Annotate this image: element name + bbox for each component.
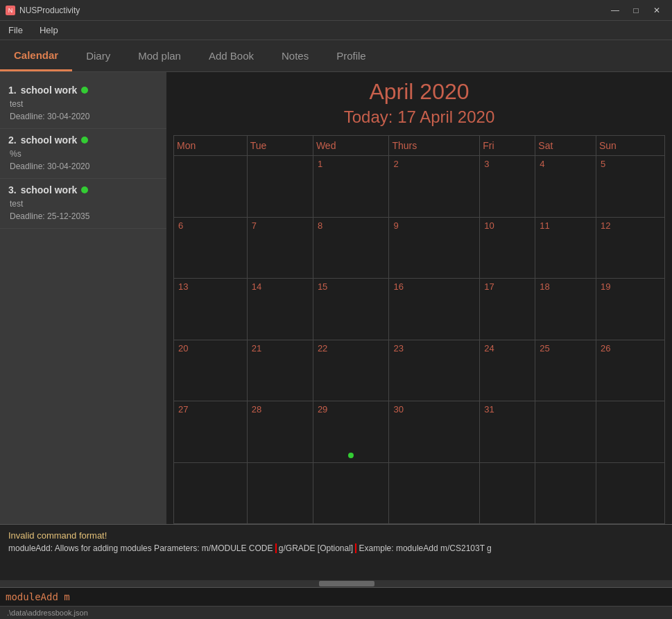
menu-file[interactable]: File [6, 24, 26, 37]
status-bar: .\data\addressbook.json [0, 606, 672, 619]
calendar-header-wed: Wed [313, 136, 389, 156]
task-detail-1b: Deadline: 30-04-2020 [10, 110, 158, 123]
calendar-cell-0-3: 2 [389, 156, 480, 218]
task-item-1: 1. school work test Deadline: 30-04-2020 [0, 79, 166, 129]
highlighted-text: g/GRADE [Optional] [275, 543, 356, 553]
calendar-cell-0-1 [247, 156, 313, 218]
calendar-area: April 2020 Today: 17 April 2020 MonTueWe… [166, 72, 672, 524]
task-number-2: 2. [8, 134, 17, 146]
calendar-cell-2-1: 14 [247, 279, 313, 340]
task-title-2: school work [21, 134, 78, 146]
nav-bar: Calendar Diary Mod plan Add Book Notes P… [0, 40, 672, 72]
calendar-cell-3-1: 21 [247, 340, 313, 401]
calendar-cell-5-6 [596, 462, 664, 524]
calendar-cell-1-3: 9 [389, 217, 480, 279]
nav-mod-plan[interactable]: Mod plan [124, 40, 195, 71]
task-dot-2 [81, 137, 88, 143]
calendar-header-sat: Sat [535, 136, 596, 156]
calendar-today: Today: 17 April 2020 [344, 107, 495, 127]
nav-add-book[interactable]: Add Book [195, 40, 268, 71]
calendar-cell-2-6: 19 [596, 279, 664, 340]
calendar-cell-0-5: 4 [535, 156, 596, 218]
task-detail-3b: Deadline: 25-12-2035 [10, 210, 158, 223]
calendar-cell-1-4: 10 [480, 217, 535, 279]
nav-calendar[interactable]: Calendar [0, 40, 72, 71]
calendar-week-2: 13141516171819 [174, 279, 665, 340]
calendar-cell-1-5: 11 [535, 217, 596, 279]
calendar-cell-1-6: 12 [596, 217, 664, 279]
calendar-week-3: 20212223242526 [174, 340, 665, 401]
calendar-cell-3-4: 24 [480, 340, 535, 401]
calendar-cell-4-5 [535, 401, 596, 463]
task-item-2: 2. school work %s Deadline: 30-04-2020 [0, 129, 166, 179]
error-line: Invalid command format! [8, 530, 664, 541]
command-input[interactable] [6, 591, 666, 602]
calendar-cell-2-5: 18 [535, 279, 596, 340]
calendar-header-mon: Mon [174, 136, 248, 156]
calendar-cell-0-0 [174, 156, 248, 218]
calendar-cell-3-0: 20 [174, 340, 248, 401]
task-detail-2b: Deadline: 30-04-2020 [10, 160, 158, 173]
calendar-cell-3-2: 22 [313, 340, 389, 401]
nav-diary[interactable]: Diary [72, 40, 124, 71]
calendar-cell-2-2: 15 [313, 279, 389, 340]
calendar-week-4: 2728293031 [174, 401, 665, 463]
calendar-cell-2-0: 13 [174, 279, 248, 340]
calendar-cell-2-3: 16 [389, 279, 480, 340]
scrollbar-thumb[interactable] [319, 581, 374, 586]
calendar-cell-4-1: 28 [247, 401, 313, 463]
calendar-cell-0-6: 5 [596, 156, 664, 218]
title-bar-left: N NUSProductivity [6, 6, 80, 15]
calendar-header-thurs: Thurs [389, 136, 480, 156]
calendar-week-5 [174, 462, 665, 524]
main-content: 1. school work test Deadline: 30-04-2020… [0, 72, 672, 524]
calendar-month: April 2020 [369, 79, 469, 105]
calendar-cell-4-6 [596, 401, 664, 463]
task-detail-1a: test [10, 98, 158, 110]
app-icon: N [6, 6, 15, 15]
calendar-grid: MonTueWedThursFriSatSun 1234567891011121… [173, 135, 665, 524]
app-title: NUSProductivity [19, 6, 80, 15]
minimize-button[interactable]: — [605, 3, 625, 17]
task-header-3: 3. school work [8, 184, 158, 195]
maximize-button[interactable]: □ [626, 3, 646, 17]
calendar-cell-5-0 [174, 462, 248, 524]
output-text-after: Example: moduleAdd m/CS2103T g [356, 543, 492, 553]
calendar-cell-3-5: 25 [535, 340, 596, 401]
calendar-cell-4-2: 29 [313, 401, 389, 463]
scrollbar[interactable] [0, 580, 672, 587]
calendar-cell-4-0: 27 [174, 401, 248, 463]
nav-notes[interactable]: Notes [268, 40, 322, 71]
command-input-area[interactable] [0, 587, 672, 606]
menu-help[interactable]: Help [37, 24, 61, 37]
calendar-cell-2-4: 17 [480, 279, 535, 340]
calendar-cell-4-3: 30 [389, 401, 480, 463]
sidebar: 1. school work test Deadline: 30-04-2020… [0, 72, 166, 524]
output-text-before: moduleAdd: Allows for adding modules Par… [8, 543, 275, 553]
task-detail-3a: test [10, 198, 158, 210]
calendar-cell-5-4 [480, 462, 535, 524]
task-detail-2a: %s [10, 148, 158, 160]
task-dot-1 [81, 87, 88, 94]
title-bar: N NUSProductivity — □ ✕ [0, 0, 672, 21]
close-button[interactable]: ✕ [647, 3, 666, 17]
calendar-cell-5-2 [313, 462, 389, 524]
calendar-cell-0-2: 1 [313, 156, 389, 218]
calendar-week-1: 6789101112 [174, 217, 665, 279]
task-title-3: school work [21, 184, 78, 195]
window-controls[interactable]: — □ ✕ [605, 3, 666, 17]
calendar-week-0: 12345 [174, 156, 665, 218]
task-title-1: school work [21, 85, 78, 96]
output-line: moduleAdd: Allows for adding modules Par… [8, 543, 664, 553]
nav-profile[interactable]: Profile [322, 40, 380, 71]
calendar-cell-1-1: 7 [247, 217, 313, 279]
calendar-header-sun: Sun [596, 136, 664, 156]
task-item-3: 3. school work test Deadline: 25-12-2035 [0, 179, 166, 229]
menu-bar: File Help [0, 21, 672, 40]
task-number-1: 1. [8, 85, 17, 96]
task-header-2: 2. school work [8, 134, 158, 146]
calendar-header-fri: Fri [480, 136, 535, 156]
task-header-1: 1. school work [8, 85, 158, 96]
calendar-cell-5-3 [389, 462, 480, 524]
calendar-cell-0-4: 3 [480, 156, 535, 218]
